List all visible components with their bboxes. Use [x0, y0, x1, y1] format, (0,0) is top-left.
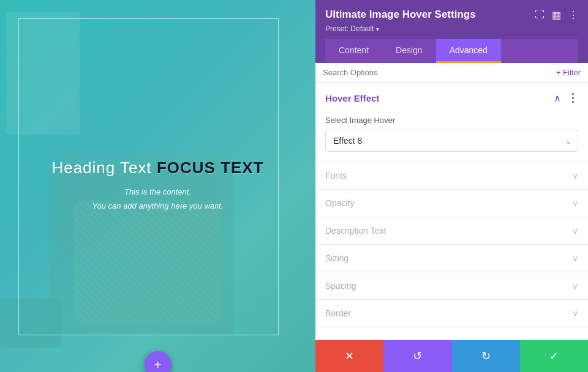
description-text-arrow-icon: ∨ — [572, 226, 578, 236]
search-bar: + Filter — [315, 63, 588, 83]
save-button[interactable]: ✓ — [520, 340, 588, 372]
opacity-section: Opacity ∨ — [315, 190, 588, 217]
sizing-label: Sizing — [325, 253, 349, 263]
hover-section-controls: ∧ ⋮ — [554, 91, 578, 105]
description-text-header[interactable]: Description Text ∨ — [315, 217, 588, 244]
preset-label: Preset: Default — [325, 24, 374, 33]
description-text-label: Description Text — [325, 226, 386, 236]
spacing-section: Spacing ∨ — [315, 272, 588, 300]
fullscreen-icon[interactable]: ⛶ — [535, 9, 545, 20]
hover-effect-select[interactable]: Effect 1 Effect 2 Effect 3 Effect 4 Effe… — [325, 130, 578, 152]
fonts-arrow-icon: ∨ — [572, 171, 578, 180]
sizing-arrow-icon: ∨ — [572, 253, 578, 263]
panel-header-top: Ultimate Image Hover Settings ⛶ ▦ ⋮ — [325, 9, 578, 21]
panel-title: Ultimate Image Hover Settings — [325, 9, 476, 21]
collapse-icon[interactable]: ∧ — [554, 92, 561, 104]
spacing-label: Spacing — [325, 281, 356, 291]
border-header[interactable]: Border ∨ — [315, 300, 588, 327]
opacity-arrow-icon: ∨ — [572, 198, 578, 208]
opacity-header[interactable]: Opacity ∨ — [315, 190, 588, 217]
filter-label: + Filter — [556, 68, 581, 77]
preset-dropdown-arrow: ▾ — [376, 26, 379, 32]
fonts-section: Fonts ∨ — [315, 162, 588, 190]
preview-subtext: This is the content. You can add anythin… — [32, 185, 284, 214]
hover-section-header[interactable]: Hover Effect ∧ ⋮ — [315, 83, 588, 113]
opacity-label: Opacity — [325, 198, 354, 208]
fonts-label: Fonts — [325, 171, 347, 180]
heading-normal-text: Heading Text — [51, 158, 157, 177]
hover-effect-section: Hover Effect ∧ ⋮ Select Image Hover Effe… — [315, 83, 588, 162]
more-options-icon[interactable]: ⋮ — [568, 9, 578, 21]
spacing-header[interactable]: Spacing ∨ — [315, 272, 588, 299]
save-icon: ✓ — [549, 349, 559, 363]
border-section: Border ∨ — [315, 300, 588, 327]
panel-preset[interactable]: Preset: Default ▾ — [325, 24, 578, 33]
undo-button[interactable]: ↺ — [383, 340, 451, 372]
hover-more-icon[interactable]: ⋮ — [567, 91, 578, 105]
select-image-hover-label: Select Image Hover — [325, 116, 578, 125]
redo-icon: ↻ — [481, 349, 491, 363]
settings-panel: Ultimate Image Hover Settings ⛶ ▦ ⋮ Pres… — [315, 0, 588, 372]
delete-icon: ✕ — [345, 349, 354, 363]
delete-button[interactable]: ✕ — [315, 340, 383, 372]
panel-tabs: Content Design Advanced — [325, 39, 578, 63]
preview-panel: Heading Text FOCUS TEXT This is the cont… — [0, 0, 315, 372]
filter-button[interactable]: + Filter — [556, 68, 581, 77]
preview-heading: Heading Text FOCUS TEXT — [32, 158, 284, 177]
description-text-section: Description Text ∨ — [315, 217, 588, 245]
panel-header-icons: ⛶ ▦ ⋮ — [535, 9, 578, 21]
panel-header: Ultimate Image Hover Settings ⛶ ▦ ⋮ Pres… — [315, 0, 588, 63]
heading-bold-text: FOCUS TEXT — [157, 158, 264, 177]
columns-icon[interactable]: ▦ — [552, 9, 561, 21]
border-arrow-icon: ∨ — [572, 308, 578, 318]
search-input[interactable] — [323, 68, 551, 77]
hover-section-body: Select Image Hover Effect 1 Effect 2 Eff… — [315, 113, 588, 162]
panel-content: Hover Effect ∧ ⋮ Select Image Hover Effe… — [315, 83, 588, 340]
border-label: Border — [325, 308, 351, 318]
tab-advanced[interactable]: Advanced — [436, 39, 501, 63]
sizing-header[interactable]: Sizing ∨ — [315, 245, 588, 272]
preview-content: Heading Text FOCUS TEXT This is the cont… — [32, 158, 284, 214]
spacing-arrow-icon: ∨ — [572, 281, 578, 291]
undo-icon: ↺ — [413, 349, 422, 363]
redo-button[interactable]: ↻ — [452, 340, 520, 372]
select-wrapper: Effect 1 Effect 2 Effect 3 Effect 4 Effe… — [325, 130, 578, 152]
tab-content[interactable]: Content — [325, 39, 382, 63]
fonts-header[interactable]: Fonts ∨ — [315, 162, 588, 189]
action-bar: ✕ ↺ ↻ ✓ — [315, 340, 588, 372]
tab-design[interactable]: Design — [382, 39, 436, 63]
hover-section-title: Hover Effect — [325, 93, 379, 103]
sizing-section: Sizing ∨ — [315, 245, 588, 272]
